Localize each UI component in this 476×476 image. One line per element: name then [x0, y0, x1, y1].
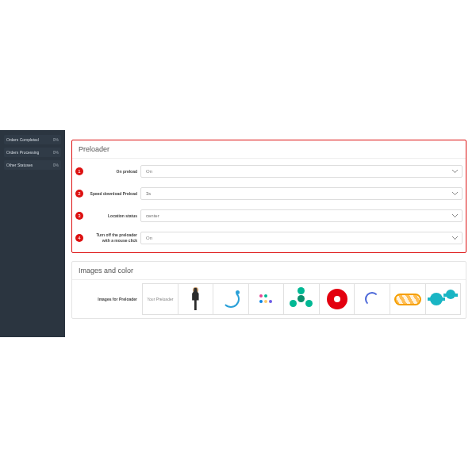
sidebar: Orders Completed 0% Orders Processing 0%…	[0, 130, 65, 337]
turn-off-click-select[interactable]: On	[140, 232, 463, 244]
thumb-dots[interactable]	[249, 284, 285, 314]
stat-value: 0%	[53, 136, 59, 143]
thumb-fidget[interactable]	[284, 284, 320, 314]
stat-orders-processing: Orders Processing 0%	[4, 148, 61, 157]
step-badge: 2	[75, 190, 83, 198]
stat-value: 0%	[53, 149, 59, 155]
field-label: On preload	[88, 169, 140, 175]
thumb-your-preloader[interactable]: Your Preloader	[143, 284, 178, 314]
field-label: Speed download Preload	[88, 191, 140, 197]
stat-orders-completed: Orders Completed 0%	[4, 135, 61, 144]
step-badge: 1	[75, 167, 83, 175]
orbit-icon	[222, 290, 240, 308]
speed-download-select[interactable]: 3s	[140, 187, 463, 200]
thumb-man[interactable]	[178, 284, 214, 314]
row-on-preload: 1 On preload On	[72, 165, 463, 178]
on-preload-select[interactable]: On	[140, 165, 463, 178]
row-speed-download: 2 Speed download Preload 3s	[72, 187, 463, 200]
thumb-tomoe[interactable]	[320, 284, 355, 314]
thumb-orbit[interactable]	[213, 284, 249, 314]
images-panel: Images and color Images for Preloader Yo…	[71, 261, 466, 319]
stat-label: Orders Completed	[6, 136, 39, 143]
stat-value: 0%	[53, 162, 59, 168]
location-status-select[interactable]: center	[140, 209, 463, 222]
step-badge: 4	[75, 234, 83, 242]
preloader-panel: Preloader 1 On preload On 2 Speed downlo…	[71, 140, 466, 253]
panel-body: 1 On preload On 2 Speed download Preload…	[72, 159, 466, 252]
panel-title: Images and color	[72, 262, 466, 280]
fidget-icon	[291, 289, 312, 309]
arc-icon	[365, 292, 379, 306]
thumb-gears[interactable]	[426, 284, 461, 314]
field-label: Images for Preloader	[77, 297, 142, 301]
tomoe-icon	[327, 289, 347, 309]
images-row: Images for Preloader Your Preloader	[72, 280, 466, 318]
stat-label: Orders Processing	[6, 149, 39, 155]
preloader-thumbs: Your Preloader	[142, 283, 461, 315]
thumb-arc[interactable]	[355, 284, 390, 314]
stat-label: Other Statuses	[6, 162, 33, 168]
stat-other-statuses: Other Statuses 0%	[4, 160, 61, 170]
field-label: Location status	[88, 213, 140, 219]
step-badge: 3	[75, 212, 83, 220]
field-label: Turn off the preloader with a mouse clic…	[88, 232, 140, 244]
gears-icon	[430, 290, 455, 309]
row-turn-off-click: 4 Turn off the preloader with a mouse cl…	[72, 232, 463, 244]
dots-icon	[259, 294, 273, 305]
pill-icon	[394, 294, 421, 305]
man-icon	[190, 288, 201, 310]
main-content: Preloader 1 On preload On 2 Speed downlo…	[71, 140, 466, 327]
thumb-pill[interactable]	[390, 284, 426, 314]
panel-title: Preloader	[72, 140, 466, 159]
row-location-status: 3 Location status center	[72, 209, 463, 222]
thumb-label: Your Preloader	[147, 297, 173, 301]
